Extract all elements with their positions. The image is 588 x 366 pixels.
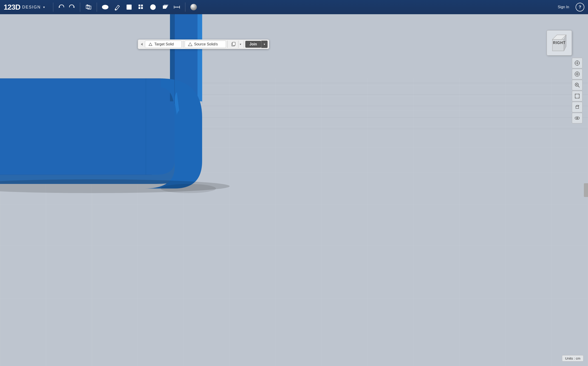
- source-solid-label: Source Solid/s: [194, 42, 218, 46]
- nav-divider-2: [80, 2, 80, 12]
- svg-rect-16: [141, 7, 143, 9]
- svg-point-94: [577, 118, 578, 119]
- viewport: Target Solid Source Solid/s ▾: [0, 14, 588, 366]
- nav-divider-1: [53, 2, 53, 12]
- svg-rect-69: [232, 42, 235, 46]
- logo-text: 123D: [4, 3, 20, 11]
- view-tool-button[interactable]: [100, 2, 111, 12]
- copy-button[interactable]: [229, 41, 237, 48]
- toolbar-left-arrow[interactable]: [139, 42, 144, 46]
- toolbar-divider-3: [244, 41, 244, 48]
- join-button-group: Join ▾: [245, 41, 268, 48]
- toolbar-divider-2: [227, 41, 228, 48]
- target-solid-label: Target Solid: [154, 42, 174, 46]
- nav-divider-4: [185, 2, 185, 12]
- svg-rect-87: [575, 94, 579, 98]
- svg-line-9: [118, 5, 119, 6]
- fit-button[interactable]: [572, 91, 582, 101]
- svg-rect-88: [576, 106, 579, 108]
- logo-area[interactable]: 123D DESIGN ▾: [4, 3, 45, 11]
- svg-rect-57: [198, 14, 202, 101]
- svg-point-59: [161, 184, 216, 193]
- right-controls: [572, 58, 582, 123]
- logo-design: DESIGN: [22, 5, 41, 10]
- svg-point-74: [577, 62, 578, 64]
- material-button[interactable]: [188, 2, 199, 12]
- zoom-button[interactable]: [572, 80, 582, 90]
- svg-marker-89: [576, 105, 579, 106]
- orbit-button[interactable]: [572, 58, 582, 68]
- target-solid-button[interactable]: Target Solid: [145, 41, 182, 48]
- pan-button[interactable]: [572, 69, 582, 79]
- svg-point-25: [191, 4, 197, 10]
- primitives-button[interactable]: [83, 2, 94, 12]
- source-solid-button[interactable]: Source Solid/s: [185, 41, 226, 48]
- sign-in-button[interactable]: Sign In: [555, 4, 572, 11]
- topbar: 123D DESIGN ▾: [0, 0, 588, 14]
- svg-point-18: [151, 6, 153, 8]
- view-cube[interactable]: RIGHT: [547, 30, 574, 76]
- svg-point-19: [153, 6, 155, 8]
- group-button[interactable]: [147, 2, 159, 12]
- visibility-button[interactable]: [572, 113, 582, 123]
- scene-svg: [0, 14, 588, 366]
- undo-button[interactable]: [56, 2, 66, 12]
- join-button[interactable]: Join: [245, 41, 261, 48]
- view-cube-label: RIGHT: [553, 41, 566, 45]
- redo-button[interactable]: [67, 2, 77, 12]
- target-solid-icon: [148, 42, 153, 47]
- nav-divider-3: [97, 2, 97, 12]
- svg-rect-14: [141, 5, 143, 7]
- perspective-button[interactable]: [572, 102, 582, 112]
- tools-group: [100, 2, 182, 12]
- pattern-button[interactable]: [135, 2, 147, 12]
- svg-marker-65: [141, 43, 143, 46]
- view-cube-box[interactable]: RIGHT: [547, 30, 572, 55]
- sketch-button[interactable]: [112, 2, 123, 12]
- svg-rect-15: [138, 7, 140, 9]
- logo-chevron-icon[interactable]: ▾: [43, 5, 45, 9]
- units-label: Units : cm: [562, 355, 583, 361]
- construct-button[interactable]: [124, 2, 135, 12]
- svg-rect-13: [138, 5, 140, 7]
- help-button[interactable]: ?: [576, 3, 584, 11]
- copy-dropdown[interactable]: ▾: [238, 41, 242, 48]
- topbar-right: Sign In ?: [555, 3, 584, 11]
- undo-redo-group: [56, 2, 77, 12]
- toolbar-divider-1: [183, 41, 183, 48]
- join-dropdown-button[interactable]: ▾: [261, 41, 268, 48]
- boolean-button[interactable]: [159, 2, 170, 12]
- measure-button[interactable]: [171, 2, 182, 12]
- right-edge-tab[interactable]: [584, 183, 588, 197]
- svg-line-84: [578, 86, 580, 87]
- source-solid-icon: [188, 42, 193, 47]
- join-toolbar: Target Solid Source Solid/s ▾: [138, 39, 269, 49]
